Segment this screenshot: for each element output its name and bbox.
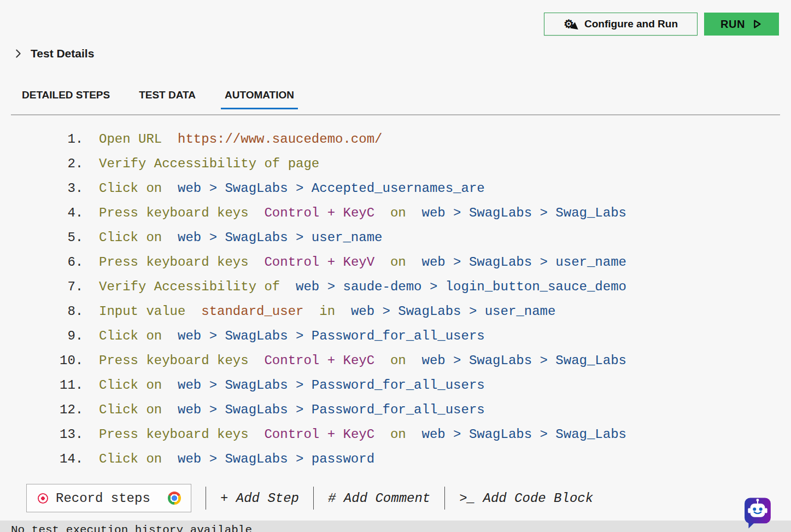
add-code-block-button[interactable]: >_ Add Code Block — [459, 491, 593, 506]
record-steps-button[interactable]: Record steps — [26, 484, 191, 512]
step-segment-action: Click on — [99, 402, 162, 417]
step-segment-path: web > SwagLabs > password — [178, 452, 374, 466]
chatbot-button[interactable] — [743, 495, 773, 529]
tab-automation[interactable]: AUTOMATION — [221, 89, 298, 109]
step-segment-action: in — [319, 304, 335, 319]
step-text: Click onweb > SwagLabs > Password_for_al… — [99, 378, 485, 393]
step-segment-action: Click on — [99, 181, 162, 196]
step-text: Verify Accessibility of page — [99, 156, 319, 171]
step-segment-key: Control + KeyC — [264, 353, 374, 368]
separator — [444, 487, 445, 510]
step-row[interactable]: 1.Open URLhttps://www.saucedemo.com/ — [0, 127, 791, 151]
chrome-browser-icon — [168, 492, 181, 505]
step-segment-path: web > SwagLabs > Password_for_all_users — [178, 402, 485, 417]
step-segment-key: Control + KeyC — [264, 427, 374, 442]
step-number: 8. — [60, 304, 83, 319]
step-segment-path: web > SwagLabs > Password_for_all_users — [178, 378, 485, 393]
step-segment-action: on — [390, 206, 406, 220]
step-text: Press keyboard keysControl + KeyConweb >… — [99, 206, 626, 220]
tab-bar: DETAILED STEPS TEST DATA AUTOMATION — [18, 89, 298, 109]
step-segment-value: https://www.saucedemo.com/ — [178, 132, 382, 147]
step-text: Press keyboard keysControl + KeyConweb >… — [99, 427, 626, 442]
run-button[interactable]: RUN — [704, 13, 779, 36]
step-row[interactable]: 7.Verify Accessibility ofweb > saude-dem… — [0, 274, 791, 299]
step-number: 13. — [60, 427, 83, 442]
step-text: Click onweb > SwagLabs > Password_for_al… — [99, 402, 485, 417]
step-segment-path: web > saude-demo > login_button_sauce_de… — [296, 279, 626, 294]
step-segment-key: Control + KeyV — [264, 255, 374, 270]
step-text: Open URLhttps://www.saucedemo.com/ — [99, 132, 382, 147]
step-text: Click onweb > SwagLabs > password — [99, 452, 374, 466]
step-text: Click onweb > SwagLabs > user_name — [99, 230, 382, 245]
tabs-divider — [11, 114, 780, 115]
record-steps-label: Record steps — [56, 491, 168, 506]
configure-and-run-button[interactable]: ⚙ Configure and Run — [544, 13, 698, 36]
step-number: 11. — [60, 378, 83, 393]
run-label: RUN — [720, 18, 745, 31]
step-number: 4. — [60, 206, 83, 220]
step-editor-toolbar: Record steps + Add Step # Add Comment >_… — [26, 484, 593, 512]
step-number: 6. — [60, 255, 83, 270]
step-segment-action: Input value — [99, 304, 185, 319]
step-segment-path: web > SwagLabs > Swag_Labs — [422, 427, 626, 442]
play-outline-icon — [751, 18, 763, 30]
step-segment-action: Press keyboard keys — [99, 353, 249, 368]
step-text: Input valuestandard_userinweb > SwagLabs… — [99, 304, 555, 319]
step-number: 2. — [60, 156, 83, 171]
step-segment-action: Press keyboard keys — [99, 255, 249, 270]
step-row[interactable]: 3.Click onweb > SwagLabs > Accepted_user… — [0, 176, 791, 201]
step-segment-value: standard_user — [201, 304, 303, 319]
step-number: 7. — [60, 279, 83, 294]
add-comment-button[interactable]: # Add Comment — [328, 491, 430, 506]
step-row[interactable]: 12.Click onweb > SwagLabs > Password_for… — [0, 397, 791, 422]
step-text: Click onweb > SwagLabs > Password_for_al… — [99, 329, 485, 343]
step-row[interactable]: 5.Click onweb > SwagLabs > user_name — [0, 225, 791, 250]
step-segment-action: Click on — [99, 329, 162, 343]
add-step-button[interactable]: + Add Step — [220, 491, 299, 506]
step-number: 14. — [60, 452, 83, 466]
step-segment-path: web > SwagLabs > Swag_Labs — [422, 206, 626, 220]
step-text: Press keyboard keysControl + KeyConweb >… — [99, 353, 626, 368]
no-history-message: No test execution history available — [11, 524, 791, 532]
step-segment-path: web > SwagLabs > Swag_Labs — [422, 353, 626, 368]
step-segment-action: Verify Accessibility of page — [99, 156, 319, 171]
step-segment-action: on — [390, 427, 406, 442]
step-segment-action: Click on — [99, 378, 162, 393]
step-segment-path: web > SwagLabs > user_name — [178, 230, 382, 245]
step-segment-action: Press keyboard keys — [99, 427, 249, 442]
step-segment-key: Control + KeyC — [264, 206, 374, 220]
step-number: 5. — [60, 230, 83, 245]
step-row[interactable]: 8.Input valuestandard_userinweb > SwagLa… — [0, 299, 791, 324]
step-row[interactable]: 13.Press keyboard keysControl + KeyConwe… — [0, 422, 791, 447]
step-segment-path: web > SwagLabs > Password_for_all_users — [178, 329, 485, 343]
configure-run-icon: ⚙ — [564, 17, 578, 31]
step-row[interactable]: 14.Click onweb > SwagLabs > password — [0, 447, 791, 471]
step-row[interactable]: 11.Click onweb > SwagLabs > Password_for… — [0, 373, 791, 397]
test-details-toggle[interactable]: Test Details — [12, 47, 94, 60]
step-row[interactable]: 2.Verify Accessibility of page — [0, 151, 791, 176]
execution-history-bar: No test execution history available — [0, 521, 791, 532]
step-row[interactable]: 9.Click onweb > SwagLabs > Password_for_… — [0, 324, 791, 348]
step-text: Press keyboard keysControl + KeyVonweb >… — [99, 255, 626, 270]
chevron-right-icon — [12, 48, 24, 60]
step-number: 3. — [60, 181, 83, 196]
step-row[interactable]: 10.Press keyboard keysControl + KeyConwe… — [0, 348, 791, 373]
step-row[interactable]: 4.Press keyboard keysControl + KeyConweb… — [0, 201, 791, 225]
step-segment-action: Verify Accessibility of — [99, 279, 280, 294]
step-row[interactable]: 6.Press keyboard keysControl + KeyVonweb… — [0, 250, 791, 274]
step-segment-action: on — [390, 255, 406, 270]
separator — [313, 487, 314, 510]
step-number: 1. — [60, 132, 83, 147]
step-text: Verify Accessibility ofweb > saude-demo … — [99, 279, 626, 294]
step-segment-action: Press keyboard keys — [99, 206, 249, 220]
test-details-label: Test Details — [31, 47, 94, 60]
step-segment-path: web > SwagLabs > user_name — [422, 255, 626, 270]
step-number: 10. — [60, 353, 83, 368]
configure-and-run-label: Configure and Run — [584, 18, 678, 30]
tab-detailed-steps[interactable]: DETAILED STEPS — [18, 89, 114, 109]
step-segment-path: web > SwagLabs > user_name — [351, 304, 555, 319]
tab-test-data[interactable]: TEST DATA — [135, 89, 200, 109]
robot-chat-icon — [743, 495, 773, 529]
record-target-icon — [38, 493, 48, 504]
step-text: Click onweb > SwagLabs > Accepted_userna… — [99, 181, 485, 196]
